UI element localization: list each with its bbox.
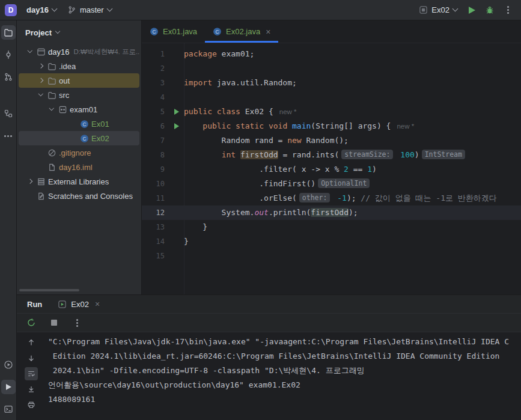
folder-icon xyxy=(46,76,58,85)
code-text: .findFirst()OptionalInt xyxy=(184,177,521,191)
close-icon[interactable]: × xyxy=(95,299,100,309)
line-number: 3 xyxy=(142,79,169,87)
project-panel-header[interactable]: Project xyxy=(17,20,141,44)
editor-line-7[interactable]: 7 Random rand = new Random(); xyxy=(142,133,521,148)
close-icon[interactable]: × xyxy=(266,27,270,37)
tree-item-label: Ex02 xyxy=(91,134,109,143)
tree-item-label: .idea xyxy=(59,62,76,71)
soft-wrap-button[interactable] xyxy=(25,367,38,380)
code-text: int firstOdd = rand.ints(streamSize: 100… xyxy=(184,148,521,162)
editor-line-14[interactable]: 14} xyxy=(142,234,521,249)
editor-lines[interactable]: 1package exam01;23import java.util.Rando… xyxy=(142,43,521,294)
editor-line-12[interactable]: 12 System.out.println(firstOdd); xyxy=(142,205,521,220)
code-text: .filter( x -> x % 2 == 1) xyxy=(184,162,521,177)
project-panel-title: Project xyxy=(25,28,52,37)
console-more-button[interactable] xyxy=(70,315,84,330)
editor-line-15[interactable]: 15 xyxy=(142,249,521,263)
tree-item-external-libraries[interactable]: External Libraries xyxy=(19,174,139,189)
tree-item-idea[interactable]: .idea xyxy=(19,59,139,73)
run-config-selector[interactable]: Ex02 xyxy=(414,2,462,18)
editor-line-9[interactable]: 9 .filter( x -> x % 2 == 1) xyxy=(142,162,521,177)
editor-area: C Ex01.java C Ex02.java × 1package exam0… xyxy=(142,20,521,294)
editor-line-13[interactable]: 13 } xyxy=(142,220,521,234)
editor-line-11[interactable]: 11 .orElse(other: -1); // 값이 없을 때는 -1로 반… xyxy=(142,191,521,205)
commit-tool-window-button[interactable] xyxy=(1,47,16,62)
stop-button[interactable] xyxy=(47,315,61,330)
terminal-tool-window-button[interactable] xyxy=(1,402,16,416)
line-number: 11 xyxy=(142,194,169,202)
code-text: Random rand = new Random(); xyxy=(184,133,521,148)
tree-item-label: .gitignore xyxy=(59,148,91,157)
tree-item-day16[interactable]: day16D:₩박세현₩4. 프로... xyxy=(19,44,139,59)
project-selector[interactable]: day16 xyxy=(22,2,61,18)
line-number: 15 xyxy=(142,252,169,260)
tree-item-gitignore[interactable]: .gitignore xyxy=(19,145,139,160)
class-icon: C xyxy=(150,27,159,36)
run-config-icon xyxy=(419,5,428,14)
chevron-down-icon[interactable] xyxy=(46,109,56,110)
run-panel-title[interactable]: Run xyxy=(27,300,42,309)
tree-item-label: day16.iml xyxy=(59,163,93,172)
branch-selector[interactable]: master xyxy=(62,2,117,18)
chevron-right-icon[interactable] xyxy=(25,180,35,183)
vcs-tool-window-button[interactable] xyxy=(1,70,16,84)
code-text: System.out.println(firstOdd); xyxy=(184,205,521,220)
scroll-to-end-button[interactable] xyxy=(25,383,38,396)
tab-ex01-java[interactable]: C Ex01.java xyxy=(142,20,205,43)
code-text: public class Ex02 {new * xyxy=(184,105,521,119)
tree-item-scratches[interactable]: Scratches and Consoles xyxy=(19,189,139,203)
tree-item-ex01[interactable]: CEx01 xyxy=(19,117,139,131)
tree-item-label: out xyxy=(59,76,70,85)
rerun-button[interactable] xyxy=(24,315,38,330)
project-tool-window-button[interactable] xyxy=(1,25,16,40)
chevron-down-icon[interactable] xyxy=(35,94,46,96)
code-text: } xyxy=(184,234,521,249)
editor-line-8[interactable]: 8 int firstOdd = rand.ints(streamSize: 1… xyxy=(142,148,521,162)
down-arrow-button[interactable] xyxy=(25,352,38,365)
tab-ex02-java[interactable]: C Ex02.java × xyxy=(205,20,278,43)
run-tab-label: Ex02 xyxy=(71,300,89,309)
structure-tool-window-button[interactable] xyxy=(1,106,16,121)
print-button[interactable] xyxy=(25,398,38,412)
more-menu-button[interactable] xyxy=(499,2,516,18)
tree-item-src[interactable]: src xyxy=(19,88,139,102)
run-line-button[interactable] xyxy=(169,109,184,115)
chevron-right-icon[interactable] xyxy=(35,79,46,82)
console-line: "C:\Program Files\Java\jdk-17\bin\java.e… xyxy=(48,335,521,349)
tree-item-day16-iml[interactable]: day16.iml xyxy=(19,160,139,174)
editor-line-10[interactable]: 10 .findFirst()OptionalInt xyxy=(142,177,521,191)
chevron-down-icon[interactable] xyxy=(25,51,35,52)
more-tool-windows-button[interactable] xyxy=(1,129,16,143)
editor-line-3[interactable]: 3import java.util.Random; xyxy=(142,76,521,90)
line-number: 8 xyxy=(142,151,169,159)
tree-item-label: day16 xyxy=(48,47,69,56)
services-tool-window-button[interactable] xyxy=(1,358,16,372)
svg-text:C: C xyxy=(152,29,156,35)
folder-icon xyxy=(46,91,58,100)
editor-line-2[interactable]: 2 xyxy=(142,61,521,76)
editor-line-4[interactable]: 4 xyxy=(142,90,521,105)
editor-line-5[interactable]: 5public class Ex02 {new * xyxy=(142,105,521,119)
tree-item-ex02[interactable]: CEx02 xyxy=(19,131,139,145)
scratch-icon xyxy=(35,192,47,201)
tree-item-label: External Libraries xyxy=(48,177,109,186)
console-output[interactable]: "C:\Program Files\Java\jdk-17\bin\java.e… xyxy=(46,333,521,420)
line-number: 12 xyxy=(142,208,169,217)
run-line-button[interactable] xyxy=(169,123,184,129)
chevron-right-icon[interactable] xyxy=(35,64,46,68)
tree-item-out[interactable]: out xyxy=(19,73,139,88)
run-tab-ex02[interactable]: Ex02 × xyxy=(58,299,100,309)
editor-line-1[interactable]: 1package exam01; xyxy=(142,47,521,61)
svg-text:C: C xyxy=(216,29,219,35)
run-button[interactable] xyxy=(463,2,480,18)
class-icon: C xyxy=(78,120,90,129)
run-tool-window-button[interactable] xyxy=(1,380,16,394)
tree-item-exam01[interactable]: exam01 xyxy=(19,102,139,117)
editor-line-6[interactable]: 6 public static void main(String[] args)… xyxy=(142,119,521,133)
debug-button[interactable] xyxy=(481,2,498,18)
up-arrow-button[interactable] xyxy=(25,336,38,349)
pull-requests-icon xyxy=(4,72,13,82)
line-number: 4 xyxy=(142,93,169,102)
more-horizontal-icon xyxy=(7,135,9,137)
horizontal-scrollbar[interactable] xyxy=(19,289,79,291)
